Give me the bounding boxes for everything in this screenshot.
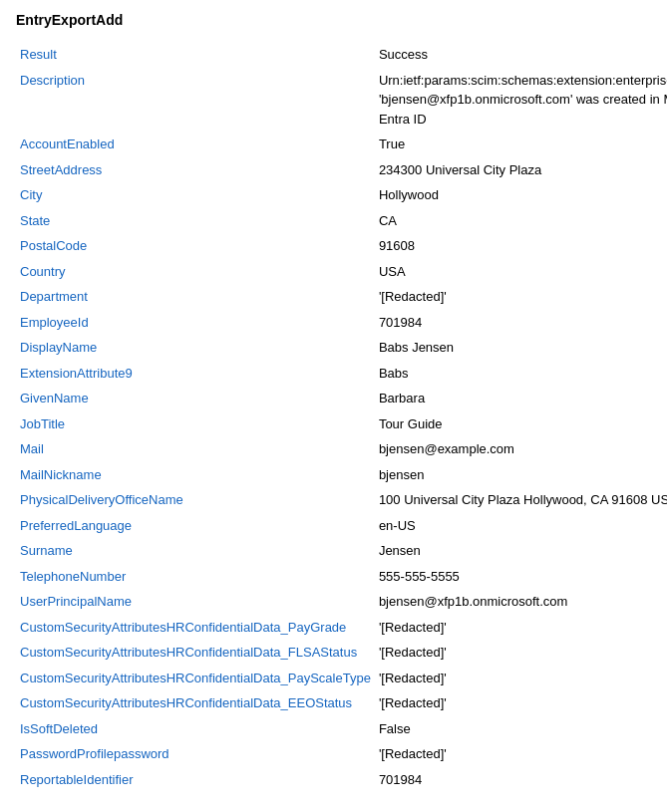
row-value: 100 Universal City Plaza Hollywood, CA 9…	[375, 487, 667, 513]
row-value: '[Redacted]'	[375, 640, 667, 666]
row-label: State	[16, 208, 375, 234]
row-value: Hollywood	[375, 182, 667, 208]
table-row: GivenNameBarbara	[16, 386, 667, 411]
row-label: CustomSecurityAttributesHRConfidentialDa…	[16, 615, 375, 641]
row-label: ExtensionAttribute9	[16, 361, 375, 387]
table-row: EmployeeId701984	[16, 310, 667, 336]
table-row: CustomSecurityAttributesHRConfidentialDa…	[16, 640, 667, 666]
row-value: Urn:ietf:params:scim:schemas:extension:e…	[375, 68, 667, 133]
row-value: '[Redacted]'	[375, 615, 667, 641]
row-value: True	[375, 132, 667, 157]
entry-table: ResultSuccessDescriptionUrn:ietf:params:…	[16, 42, 667, 792]
table-row: UserPrincipalNamebjensen@xfp1b.onmicroso…	[16, 589, 667, 615]
row-value: Babs	[375, 361, 667, 387]
row-label: DisplayName	[16, 335, 375, 361]
row-value: CA	[375, 208, 667, 234]
table-row: MailNicknamebjensen	[16, 462, 667, 488]
table-row: ExtensionAttribute9Babs	[16, 361, 667, 387]
row-label: PhysicalDeliveryOfficeName	[16, 487, 375, 513]
row-value: bjensen@xfp1b.onmicrosoft.com	[375, 589, 667, 615]
row-value: 234300 Universal City Plaza	[375, 157, 667, 183]
row-value: USA	[375, 259, 667, 285]
row-value: Barbara	[375, 386, 667, 411]
row-label: StreetAddress	[16, 157, 375, 183]
table-row: CustomSecurityAttributesHRConfidentialDa…	[16, 690, 667, 716]
row-label: Description	[16, 68, 375, 133]
table-row: PreferredLanguageen-US	[16, 513, 667, 539]
row-label: MailNickname	[16, 462, 375, 488]
row-value: bjensen	[375, 462, 667, 488]
row-value: 555-555-5555	[375, 564, 667, 590]
table-row: CityHollywood	[16, 182, 667, 208]
row-value: '[Redacted]'	[375, 666, 667, 691]
table-row: CustomSecurityAttributesHRConfidentialDa…	[16, 666, 667, 691]
table-row: PhysicalDeliveryOfficeName100 Universal …	[16, 487, 667, 513]
table-row: PasswordProfilepassword'[Redacted]'	[16, 741, 667, 767]
row-label: PasswordProfilepassword	[16, 741, 375, 767]
table-row: CustomSecurityAttributesHRConfidentialDa…	[16, 615, 667, 641]
table-row: StateCA	[16, 208, 667, 234]
table-row: Mailbjensen@example.com	[16, 436, 667, 462]
row-label: TelephoneNumber	[16, 564, 375, 590]
row-label: UserPrincipalName	[16, 589, 375, 615]
table-row: TelephoneNumber555-555-5555	[16, 564, 667, 590]
row-value: bjensen@example.com	[375, 436, 667, 462]
row-label: Mail	[16, 436, 375, 462]
row-label: Country	[16, 259, 375, 285]
table-row: IsSoftDeletedFalse	[16, 716, 667, 742]
row-label: PreferredLanguage	[16, 513, 375, 539]
row-label: EmployeeId	[16, 310, 375, 336]
row-label: Department	[16, 284, 375, 310]
row-value: 91608	[375, 233, 667, 259]
table-row: ReportableIdentifier701984	[16, 767, 667, 793]
row-label: PostalCode	[16, 233, 375, 259]
table-row: AccountEnabledTrue	[16, 132, 667, 157]
row-value: Jensen	[375, 538, 667, 564]
row-value: Babs Jensen	[375, 335, 667, 361]
row-label: City	[16, 182, 375, 208]
row-label: GivenName	[16, 386, 375, 411]
row-value: 701984	[375, 767, 667, 793]
table-row: SurnameJensen	[16, 538, 667, 564]
row-label: IsSoftDeleted	[16, 716, 375, 742]
row-value: '[Redacted]'	[375, 690, 667, 716]
table-row: Department'[Redacted]'	[16, 284, 667, 310]
row-label: Surname	[16, 538, 375, 564]
row-value: 701984	[375, 310, 667, 336]
row-value: False	[375, 716, 667, 742]
table-row: JobTitleTour Guide	[16, 411, 667, 437]
row-label: ReportableIdentifier	[16, 767, 375, 793]
row-label: Result	[16, 42, 375, 68]
page-title: EntryExportAdd	[16, 12, 651, 28]
row-label: CustomSecurityAttributesHRConfidentialDa…	[16, 666, 375, 691]
table-row: PostalCode91608	[16, 233, 667, 259]
row-label: AccountEnabled	[16, 132, 375, 157]
table-row: DisplayNameBabs Jensen	[16, 335, 667, 361]
row-value: Success	[375, 42, 667, 68]
table-row: DescriptionUrn:ietf:params:scim:schemas:…	[16, 68, 667, 133]
table-row: ResultSuccess	[16, 42, 667, 68]
table-row: CountryUSA	[16, 259, 667, 285]
row-label: CustomSecurityAttributesHRConfidentialDa…	[16, 640, 375, 666]
table-row: StreetAddress234300 Universal City Plaza	[16, 157, 667, 183]
row-label: JobTitle	[16, 411, 375, 437]
row-label: CustomSecurityAttributesHRConfidentialDa…	[16, 690, 375, 716]
row-value: Tour Guide	[375, 411, 667, 437]
row-value: '[Redacted]'	[375, 741, 667, 767]
row-value: '[Redacted]'	[375, 284, 667, 310]
row-value: en-US	[375, 513, 667, 539]
